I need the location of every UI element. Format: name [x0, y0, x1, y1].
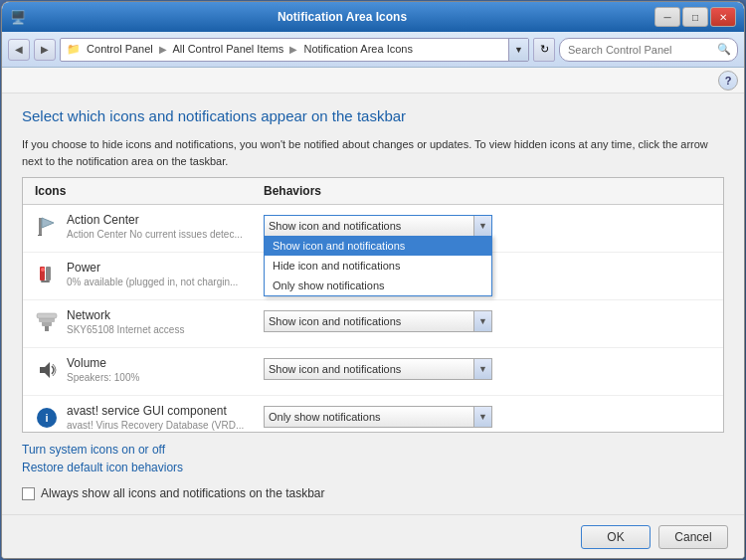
avast-dropdown[interactable]: Only show notifications ▼: [264, 406, 492, 428]
refresh-button[interactable]: ↻: [533, 38, 555, 62]
network-dropdown[interactable]: Show icon and notifications ▼: [264, 310, 492, 332]
window-controls: ─ □ ✕: [654, 7, 736, 27]
help-button[interactable]: ?: [718, 71, 738, 91]
behavior-cell-volume: Show icon and notifications ▼: [264, 356, 711, 380]
col-header-behaviors: Behaviors: [264, 184, 711, 198]
dropdown-arrow-icon: ▼: [473, 216, 491, 236]
table-body: Action Center Action Center No current i…: [23, 205, 723, 432]
breadcrumb[interactable]: 📁 Control Panel ▶ All Control Panel Item…: [60, 38, 529, 62]
ok-button[interactable]: OK: [581, 525, 651, 549]
content-area: Select which icons and notifications app…: [2, 93, 744, 514]
dropdown-popup: Show icon and notifications Hide icon an…: [264, 235, 492, 296]
svg-rect-10: [37, 313, 57, 318]
icon-cell-avast: i avast! service GUI component avast! Vi…: [35, 404, 264, 431]
search-input[interactable]: [568, 44, 713, 56]
close-button[interactable]: ✕: [710, 7, 736, 27]
network-dropdown-value: Show icon and notifications: [269, 315, 487, 327]
table-row: Network SKY65108 Internet access Show ic…: [23, 300, 723, 348]
icon-cell-power: Power 0% available (plugged in, not char…: [35, 261, 264, 287]
cancel-button[interactable]: Cancel: [658, 525, 728, 549]
avast-icon: i: [35, 406, 59, 430]
volume-label: Volume: [67, 356, 139, 370]
svg-rect-4: [46, 267, 51, 280]
icon-cell-network: Network SKY65108 Internet access: [35, 308, 264, 335]
svg-point-6: [41, 268, 45, 272]
svg-marker-11: [40, 362, 50, 378]
network-icon: [35, 310, 59, 334]
power-sublabel: 0% available (plugged in, not chargin...: [67, 277, 238, 287]
action-center-sublabel: Action Center No current issues detec...: [67, 229, 243, 240]
behavior-cell-action-center: Show icon and notifications ▼ Show icon …: [264, 213, 711, 237]
page-description: If you choose to hide icons and notifica…: [22, 136, 724, 169]
search-bar[interactable]: 🔍: [559, 38, 738, 62]
avast-label: avast! service GUI component: [67, 404, 244, 418]
col-header-icons: Icons: [35, 184, 264, 198]
volume-sublabel: Speakers: 100%: [67, 372, 139, 383]
table-row: Volume Speakers: 100% Show icon and noti…: [23, 348, 723, 396]
table-row: Action Center Action Center No current i…: [23, 205, 723, 253]
action-center-dropdown[interactable]: Show icon and notifications ▼: [264, 215, 492, 237]
restore-defaults-link[interactable]: Restore default icon behaviors: [22, 461, 724, 474]
dropdown-option-show[interactable]: Show icon and notifications: [265, 236, 491, 256]
always-show-checkbox[interactable]: [22, 487, 35, 500]
main-window: 🖥️ Notification Area Icons ─ □ ✕ ◀ ▶ 📁 C…: [1, 1, 745, 559]
forward-button[interactable]: ▶: [34, 39, 56, 61]
dropdown-option-hide[interactable]: Hide icon and notifications: [265, 256, 491, 276]
table-row: i avast! service GUI component avast! Vi…: [23, 396, 723, 432]
network-sublabel: SKY65108 Internet access: [67, 324, 184, 335]
volume-icon: [35, 358, 59, 382]
icons-table: Icons Behaviors: [22, 177, 724, 433]
icon-cell-action-center: Action Center Action Center No current i…: [35, 213, 264, 240]
svg-marker-1: [42, 218, 54, 228]
power-label: Power: [67, 261, 238, 275]
back-button[interactable]: ◀: [8, 39, 30, 61]
search-icon: 🔍: [717, 43, 731, 56]
volume-dropdown[interactable]: Show icon and notifications ▼: [264, 358, 492, 380]
page-title: Select which icons and notifications app…: [22, 107, 724, 124]
svg-rect-2: [38, 235, 42, 236]
breadcrumb-text: 📁 Control Panel ▶ All Control Panel Item…: [67, 43, 413, 56]
title-bar: 🖥️ Notification Area Icons ─ □ ✕: [2, 2, 744, 32]
action-center-dropdown-value: Show icon and notifications: [269, 220, 487, 232]
icon-cell-volume: Volume Speakers: 100%: [35, 356, 264, 383]
minimize-button[interactable]: ─: [654, 7, 680, 27]
dropdown-arrow-icon: ▼: [473, 407, 491, 427]
volume-dropdown-value: Show icon and notifications: [269, 363, 487, 375]
action-center-icon: [35, 215, 59, 239]
svg-text:i: i: [45, 412, 48, 424]
breadcrumb-dropdown-button[interactable]: ▼: [508, 39, 528, 61]
dropdown-option-notifications-only[interactable]: Only show notifications: [265, 276, 491, 295]
window-title: Notification Area Icons: [30, 10, 654, 24]
action-center-label: Action Center: [67, 213, 243, 227]
dropdown-arrow-icon: ▼: [473, 359, 491, 379]
address-bar: ◀ ▶ 📁 Control Panel ▶ All Control Panel …: [2, 32, 744, 68]
always-show-label: Always show all icons and notifications …: [41, 486, 325, 500]
help-bar: ?: [2, 68, 744, 93]
dropdown-arrow-icon: ▼: [473, 311, 491, 331]
table-header: Icons Behaviors: [23, 178, 723, 205]
checkbox-area: Always show all icons and notifications …: [22, 486, 724, 500]
system-icons-link[interactable]: Turn system icons on or off: [22, 443, 724, 457]
restore-button[interactable]: □: [682, 7, 708, 27]
bottom-bar: OK Cancel: [2, 514, 744, 558]
power-icon: [35, 263, 59, 286]
behavior-cell-avast: Only show notifications ▼: [264, 404, 711, 428]
links-area: Turn system icons on or off Restore defa…: [22, 441, 724, 476]
svg-rect-5: [41, 280, 50, 282]
avast-dropdown-value: Only show notifications: [269, 411, 487, 423]
network-label: Network: [67, 308, 184, 322]
avast-sublabel: avast! Virus Recovery Database (VRD...: [67, 420, 244, 431]
behavior-cell-network: Show icon and notifications ▼: [264, 308, 711, 332]
